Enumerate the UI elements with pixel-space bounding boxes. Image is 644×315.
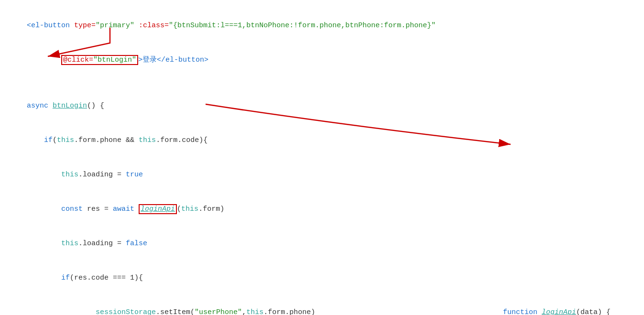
code-line-9: if(res.code === 1){ xyxy=(10,261,634,295)
tag-open: <el-button xyxy=(27,22,74,30)
tag-suffix: >登录</el-button> xyxy=(138,56,208,64)
code-container: <el-button type="primary" :class="{btnSu… xyxy=(0,0,644,315)
if-stmt xyxy=(27,136,44,144)
dot2: .form.code){ xyxy=(156,136,207,144)
click-attr-val: "btnLogin" xyxy=(93,56,136,64)
res-var: res = xyxy=(87,205,113,213)
str-userphone: "userPhone" xyxy=(195,308,242,315)
code-line-4: async btnLogin() { xyxy=(10,89,634,123)
col-left: sessionStorage.setItem("userPhone",this.… xyxy=(10,295,469,315)
attr-type-val: "primary" xyxy=(96,22,134,30)
false-kw: false xyxy=(126,239,147,248)
code-line-5: if(this.form.phone && this.form.code){ xyxy=(10,123,634,158)
this6: this xyxy=(246,308,263,315)
code-line-10-right: function loginApi(data) { xyxy=(469,295,634,315)
indent5 xyxy=(27,274,61,282)
setitem: .setItem( xyxy=(156,308,195,315)
if-keyword: if xyxy=(44,136,53,144)
blank-line-1 xyxy=(10,77,634,89)
this3: this xyxy=(61,171,78,179)
this2: this xyxy=(139,136,156,144)
this1: this xyxy=(57,136,74,144)
true-kw: true xyxy=(126,171,143,179)
session-storage: sessionStorage xyxy=(96,308,156,315)
dot1: .form.phone && xyxy=(74,136,139,144)
indent xyxy=(27,56,61,64)
res-code: (res.code === 1){ xyxy=(70,274,143,282)
code-line-2: @click="btnLogin">登录</el-button> xyxy=(10,43,634,77)
const-kw: const xyxy=(61,205,87,213)
code-line-6: this.loading = true xyxy=(10,158,634,192)
loginapi-def: loginApi xyxy=(542,308,576,315)
form-ref: .form) xyxy=(198,205,224,213)
code-line-10-left: sessionStorage.setItem("userPhone",this.… xyxy=(10,295,469,315)
loginapi-fn-ref: loginApi xyxy=(141,205,175,213)
indent4 xyxy=(27,239,61,248)
two-col-section: sessionStorage.setItem("userPhone",this.… xyxy=(10,295,634,315)
attr-class-val: "{btnSubmit:l===1,btnNoPhone:!form.phone… xyxy=(169,22,436,30)
function-kw: function xyxy=(503,308,542,315)
this4: this xyxy=(181,205,198,213)
comma-sep: , xyxy=(242,308,246,315)
loginapi-param: (data) { xyxy=(576,308,611,315)
form-phone: .form.phone) xyxy=(263,308,315,315)
code-line-7: const res = await loginApi(this.form) xyxy=(10,192,634,227)
if-kw2: if xyxy=(61,274,70,282)
attr-class: :class= xyxy=(139,22,169,30)
loginapi-args: ( xyxy=(177,205,181,213)
btnlogin-fn: btnLogin xyxy=(53,102,87,110)
attr-type: type= xyxy=(74,22,96,30)
indent2 xyxy=(27,171,61,179)
click-attr-boxed: @click="btnLogin" xyxy=(61,55,138,65)
this5: this xyxy=(61,239,78,248)
fn-paren: () { xyxy=(87,102,104,110)
loginapi-boxed: loginApi xyxy=(139,204,177,214)
async-keyword: async xyxy=(27,102,53,110)
loading1: .loading = xyxy=(78,171,126,179)
click-attr-name: @click= xyxy=(63,56,93,64)
indent3 xyxy=(27,205,61,213)
if-body: ( xyxy=(53,136,57,144)
loading2: .loading = xyxy=(78,239,126,248)
await-kw: await xyxy=(113,205,139,213)
indent6 xyxy=(44,308,96,315)
code-line-8: this.loading = false xyxy=(10,227,634,261)
space xyxy=(134,22,139,30)
code-line-1: <el-button type="primary" :class="{btnSu… xyxy=(10,9,634,43)
col-right: function loginApi(data) { return $axios(… xyxy=(469,295,634,315)
